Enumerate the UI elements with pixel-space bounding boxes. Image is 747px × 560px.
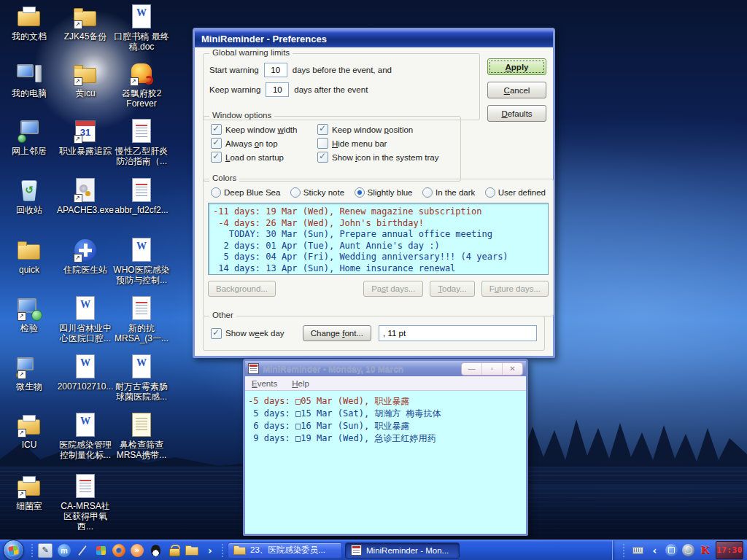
start-warning-input[interactable] xyxy=(264,63,287,77)
flashget-icon[interactable] xyxy=(131,544,144,557)
app-blue-icon[interactable] xyxy=(665,544,678,556)
stylus-icon[interactable] xyxy=(76,544,89,557)
color-scheme-radio[interactable]: Slightly blue xyxy=(355,187,413,198)
desktop-icon[interactable]: 细菌室 xyxy=(1,474,58,511)
color-scheme-radio[interactable]: In the dark xyxy=(422,187,475,198)
close-button[interactable]: ✕ xyxy=(502,363,522,375)
maxthon-icon[interactable] xyxy=(58,544,71,557)
folder-icon xyxy=(233,545,246,555)
change-font-button[interactable]: Change font... xyxy=(303,325,371,341)
checkbox-label: Keep window width xyxy=(225,125,297,134)
desktop-icon[interactable]: ZJK45备份 xyxy=(57,4,114,42)
checkbox-label: Load on startup xyxy=(225,153,284,162)
shortcut-arrow-icon xyxy=(130,77,139,86)
option-checkbox[interactable]: Keep window position xyxy=(317,124,453,135)
kingsoft-k-icon[interactable] xyxy=(699,544,711,556)
desktop-icon[interactable]: 微生物 xyxy=(1,354,58,392)
menu-item-events[interactable]: Events xyxy=(252,379,277,388)
desktop-icon[interactable]: 2007102710... xyxy=(57,354,114,392)
cancel-button[interactable]: Cancel xyxy=(487,82,546,98)
apply-button[interactable]: Apply xyxy=(487,58,546,75)
minireminder-title: MiniReminder - Monday, 10 March xyxy=(263,364,457,374)
desktop-icon[interactable]: 器飘府胶2 Forever xyxy=(113,61,170,109)
radio-dot xyxy=(422,187,433,198)
start-button[interactable] xyxy=(3,540,24,560)
desktop-icon-label: WHO医院感染预防与控制... xyxy=(113,265,170,285)
tray-clock[interactable]: 17:30 xyxy=(716,541,743,559)
task-button[interactable]: MiniReminder - Mon... xyxy=(345,542,460,559)
maximize-button[interactable]: ▫ xyxy=(481,363,502,375)
cross-icon xyxy=(72,238,98,262)
desktop-icon[interactable]: 我的文档 xyxy=(1,4,58,42)
desktop-icon[interactable]: 网上邻居 xyxy=(1,119,58,156)
folder-icon[interactable] xyxy=(185,544,198,557)
show-desktop-icon[interactable] xyxy=(38,543,53,558)
option-checkbox[interactable]: Always on top xyxy=(211,138,317,149)
desktop-icon[interactable]: WHO医院感染预防与控制... xyxy=(113,238,170,285)
font-description-field[interactable] xyxy=(379,325,537,341)
desktop-icon-label: 检验 xyxy=(1,323,58,333)
color-button[interactable]: Future days... xyxy=(481,281,549,297)
minimize-button[interactable]: — xyxy=(462,363,481,375)
color-button[interactable]: Past days... xyxy=(363,281,423,297)
color-scheme-radio[interactable]: User defined xyxy=(485,187,546,198)
desktop-icon[interactable]: 回收站 xyxy=(1,178,58,215)
qq-icon[interactable] xyxy=(149,544,162,557)
desktop-icon[interactable]: 新的抗 MRSA_(3一... xyxy=(113,296,170,343)
color-scheme-radio[interactable]: Sticky note xyxy=(290,187,344,198)
desktop-icon[interactable]: 黄icu xyxy=(57,61,114,98)
shortcut-arrow-icon xyxy=(74,135,82,144)
desktop-icon[interactable]: 职业暴露追踪 xyxy=(57,119,114,156)
shortcut-arrow-icon xyxy=(74,20,82,29)
reminder-line: 6 days: □16 Mar (Sun), 职业暴露 xyxy=(248,420,523,432)
preview-line: 2 days: 01 Apr (Tue), Aunt Annie's day :… xyxy=(213,241,543,252)
desktop-icon[interactable]: 医院感染管理控制量化标... xyxy=(57,413,114,460)
desktop-icon-label: 网上邻居 xyxy=(1,146,58,156)
app-globe-icon[interactable] xyxy=(682,544,694,556)
desktop-icon[interactable]: quick xyxy=(1,238,58,275)
desktop-icon[interactable]: 慢性乙型肝炎防治指南（... xyxy=(113,119,170,166)
group-legend: Window options xyxy=(209,111,274,120)
desktop-icon[interactable]: 四川省林业中心医院口腔... xyxy=(57,296,114,343)
option-checkbox[interactable]: Keep window width xyxy=(211,124,317,135)
keyboard-icon[interactable] xyxy=(632,544,644,556)
defaults-button[interactable]: Defaults xyxy=(487,105,546,122)
lock-icon[interactable] xyxy=(167,544,180,557)
desktop-icon[interactable]: abbr_fd2cf2... xyxy=(113,178,170,215)
desktop-icon[interactable]: 口腔书稿 最终稿.doc xyxy=(113,4,170,52)
option-checkbox[interactable]: Hide menu bar xyxy=(317,138,453,149)
group-legend: Colors xyxy=(209,174,239,182)
option-checkbox[interactable]: Load on startup xyxy=(211,152,317,163)
desktop-icon[interactable]: 鼻检查筛查MRSA携带... xyxy=(113,413,170,460)
color-scheme-radio[interactable]: Deep Blue Sea xyxy=(211,187,280,198)
desktop-icon[interactable]: 我的电脑 xyxy=(1,61,58,98)
menu-item-help[interactable]: Help xyxy=(292,379,309,388)
desktop-icon[interactable]: CA-MRSA社区获得甲氧西... xyxy=(57,474,114,532)
desktop-icon[interactable]: APACHE3.exe xyxy=(57,178,114,215)
desktop-icon-label: 回收站 xyxy=(1,205,58,215)
firefox-icon[interactable] xyxy=(112,544,125,557)
color-button[interactable]: Today... xyxy=(430,281,474,297)
expand-chevron-icon[interactable] xyxy=(204,544,217,557)
keep-warning-input[interactable] xyxy=(266,82,289,97)
monitor-icon xyxy=(16,296,42,321)
desktop-icon[interactable]: 检验 xyxy=(1,296,58,333)
checkbox-box xyxy=(211,152,222,163)
minireminder-titlebar[interactable]: MiniReminder - Monday, 10 March — ▫ ✕ xyxy=(245,361,526,376)
desktop-icon[interactable]: ICU xyxy=(1,413,58,450)
preferences-dialog: MiniReminder - Preferences Global warnin… xyxy=(193,28,555,358)
color-button[interactable]: Background... xyxy=(208,281,276,297)
desktop-icon-label: CA-MRSA社区获得甲氧西... xyxy=(57,501,114,532)
windows-icon[interactable] xyxy=(94,544,107,557)
desktop-icon[interactable]: 耐万古霉素肠球菌医院感... xyxy=(113,354,170,402)
task-button[interactable]: 23、医院感染委员... xyxy=(228,542,342,559)
desktop-icon[interactable]: 住院医生站 xyxy=(57,238,114,275)
color-buttons-row: Background...Past days...Today...Future … xyxy=(208,281,549,297)
recycle-icon xyxy=(16,178,42,203)
desktop-icon-label: 鼻检查筛查MRSA携带... xyxy=(113,440,170,460)
desktop-icon-label: 住院医生站 xyxy=(57,265,114,275)
preferences-titlebar[interactable]: MiniReminder - Preferences xyxy=(195,30,553,47)
collapse-chevron-icon[interactable] xyxy=(649,544,661,556)
show-week-day-checkbox[interactable]: Show week day xyxy=(211,328,285,339)
option-checkbox[interactable]: Show icon in the system tray xyxy=(317,152,453,163)
